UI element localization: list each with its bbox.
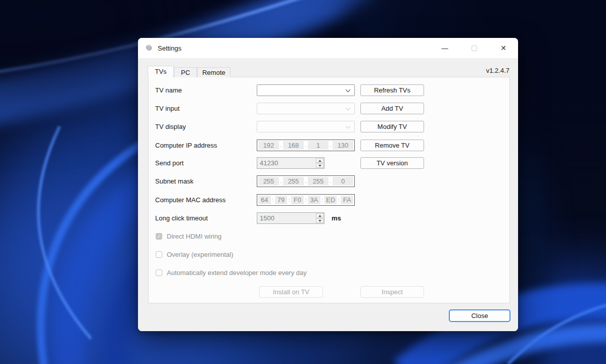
mac-separator: : [320, 196, 324, 204]
desktop: Settings — ✕ v1.2.4.7 TVs PC Remote [0, 0, 606, 364]
ip-separator: . [329, 141, 333, 150]
auto-dev-mode-label: Automatically extend developer mode ever… [167, 269, 307, 277]
send-port-label: Send port [155, 157, 183, 169]
subnet-separator: . [279, 177, 283, 186]
checkbox-box [156, 251, 162, 258]
add-tv-button[interactable]: Add TV [360, 103, 424, 114]
close-window-button[interactable]: ✕ [489, 38, 518, 58]
arrow-up-icon [318, 215, 321, 217]
ip-octet: 1 [308, 141, 329, 150]
computer-ip-label: Computer IP address [155, 140, 217, 151]
tab-strip: TVs PC Remote [148, 66, 230, 77]
mac-octet: 79 [275, 196, 288, 204]
subnet-separator: . [304, 177, 308, 186]
subnet-octet: 255 [258, 177, 279, 186]
subnet-mask-field: 255 . 255 . 255 . 0 [257, 175, 355, 187]
tab-page-tvs: TV name Refresh TVs TV input Add TV TV d… [148, 77, 510, 303]
ip-separator: . [279, 141, 283, 150]
chevron-down-icon [346, 106, 351, 111]
window-title: Settings [158, 44, 181, 52]
overlay-label: Overlay (experimental) [167, 251, 234, 258]
long-click-timeout-value: 1500 [257, 213, 315, 223]
inspect-button: Inspect [360, 286, 424, 298]
mac-separator: : [304, 196, 308, 204]
mac-separator: : [271, 196, 275, 204]
maximize-button [459, 38, 489, 58]
computer-mac-field: 64 : 79 : F0 : 3A : ED : FA [257, 194, 355, 206]
arrow-down-icon [318, 165, 321, 167]
settings-window: Settings — ✕ v1.2.4.7 TVs PC Remote [138, 38, 518, 331]
close-icon: ✕ [500, 44, 506, 52]
mac-octet: ED [324, 196, 337, 204]
tab-pc[interactable]: PC [174, 67, 197, 77]
tv-input-label: TV input [155, 103, 179, 114]
chevron-down-icon [346, 124, 351, 129]
tv-display-label: TV display [155, 121, 186, 132]
tab-tvs[interactable]: TVs [148, 66, 174, 77]
dialog-body: v1.2.4.7 TVs PC Remote TV name Refresh T… [138, 58, 518, 331]
version-label: v1.2.4.7 [486, 67, 509, 74]
send-port-value: 41230 [257, 158, 315, 168]
ip-octet: 168 [283, 141, 304, 150]
subnet-mask-label: Subnet mask [155, 175, 194, 187]
subnet-octet: 255 [283, 177, 304, 186]
arrow-up-icon [318, 160, 321, 162]
subnet-separator: . [329, 177, 333, 186]
install-on-tv-button: Install on TV [259, 286, 323, 298]
chevron-down-icon [346, 87, 351, 93]
checkbox-box [156, 269, 162, 276]
subnet-octet: 255 [308, 177, 329, 186]
tv-name-combobox[interactable] [257, 84, 355, 96]
minimize-icon: — [442, 44, 448, 52]
close-button[interactable]: Close [449, 309, 510, 322]
long-click-timeout-label: Long click timeout [155, 212, 208, 224]
tv-name-label: TV name [155, 84, 182, 96]
direct-hdmi-checkbox: ✓ Direct HDMI wiring [156, 233, 221, 240]
mac-octet: F0 [291, 196, 304, 204]
remove-tv-button[interactable]: Remove TV [360, 140, 424, 151]
overlay-checkbox: Overlay (experimental) [156, 251, 234, 258]
auto-dev-mode-checkbox: Automatically extend developer mode ever… [156, 269, 307, 277]
direct-hdmi-label: Direct HDMI wiring [167, 233, 221, 240]
subnet-octet: 0 [333, 177, 353, 186]
app-icon [145, 44, 153, 52]
spin-down-button [316, 218, 323, 223]
computer-mac-label: Computer MAC address [155, 194, 225, 206]
tv-input-combobox [257, 103, 355, 114]
mac-octet: 3A [308, 196, 320, 204]
ip-octet: 192 [258, 141, 279, 150]
ip-octet: 130 [333, 141, 353, 150]
checkbox-box: ✓ [156, 233, 162, 240]
maximize-icon [472, 46, 477, 51]
ms-unit-label: ms [332, 212, 341, 224]
spin-down-button [316, 163, 323, 168]
minimize-button[interactable]: — [430, 38, 459, 58]
mac-octet: FA [341, 196, 353, 204]
tab-remote[interactable]: Remote [197, 67, 230, 77]
modify-tv-button[interactable]: Modify TV [360, 121, 424, 132]
window-controls: — ✕ [430, 38, 518, 58]
spin-up-button [316, 158, 323, 163]
check-icon: ✓ [157, 234, 161, 239]
refresh-tvs-button[interactable]: Refresh TVs [360, 84, 424, 96]
arrow-down-icon [318, 220, 321, 222]
mac-separator: : [337, 196, 341, 204]
mac-separator: : [287, 196, 291, 204]
titlebar: Settings — ✕ [138, 38, 518, 58]
ip-separator: . [304, 141, 308, 150]
mac-octet: 64 [258, 196, 271, 204]
spin-up-button [316, 213, 323, 218]
computer-ip-field: 192 . 168 . 1 . 130 [257, 140, 355, 151]
tv-version-button[interactable]: TV version [360, 157, 424, 169]
long-click-timeout-spinner: 1500 [257, 212, 324, 224]
send-port-spinner: 41230 [257, 157, 324, 169]
tv-display-combobox [257, 121, 355, 132]
